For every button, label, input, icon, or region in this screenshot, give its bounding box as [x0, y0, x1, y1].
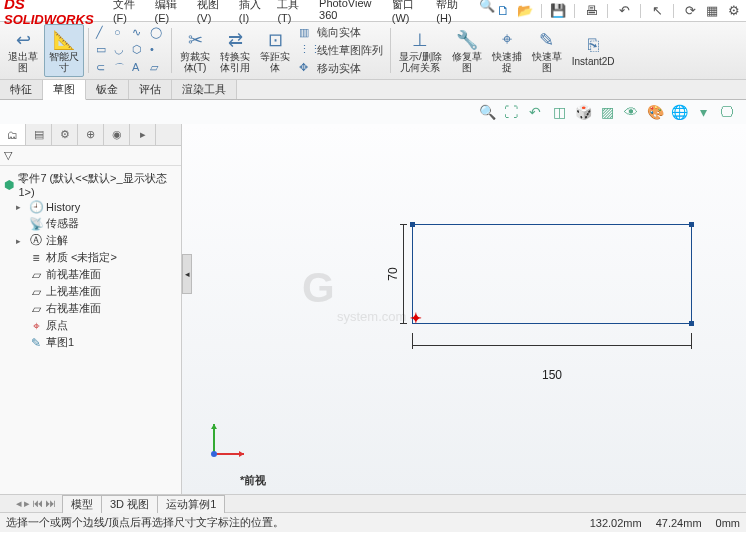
- ellipse-icon[interactable]: ◯: [150, 26, 164, 40]
- tree-sketch1[interactable]: ✎草图1: [16, 334, 179, 351]
- relations-button[interactable]: ⊥ 显示/删除 几何关系: [395, 24, 446, 77]
- convert-button[interactable]: ⇄ 转换实 体引用: [216, 24, 254, 77]
- tab-evaluate[interactable]: 评估: [129, 80, 172, 99]
- options-icon[interactable]: ▦: [704, 3, 720, 19]
- menu-window[interactable]: 窗口(W): [392, 0, 425, 24]
- graphics-canvas[interactable]: G system.com ✦ 70 150: [182, 124, 746, 494]
- dimension-height[interactable]: 70: [386, 224, 404, 324]
- sketch-icon: ✎: [29, 336, 43, 350]
- svg-point-4: [211, 451, 217, 457]
- menu-help[interactable]: 帮助(H): [436, 0, 467, 24]
- circle-icon[interactable]: ○: [114, 26, 128, 40]
- tree-material[interactable]: ≡材质 <未指定>: [16, 249, 179, 266]
- menu-edit[interactable]: 编辑(E): [155, 0, 185, 24]
- panel-tab-config[interactable]: ⚙: [52, 124, 78, 145]
- view-triad[interactable]: [204, 420, 248, 466]
- tab-feature[interactable]: 特征: [0, 80, 43, 99]
- tree-history[interactable]: ▸🕘History: [16, 199, 179, 215]
- open-icon[interactable]: 📂: [517, 3, 533, 19]
- trim-icon: ✂: [188, 29, 203, 51]
- save-icon[interactable]: 💾: [550, 3, 566, 19]
- svg-marker-1: [239, 451, 244, 457]
- new-icon[interactable]: 🗋: [495, 3, 511, 19]
- menu-view[interactable]: 视图(V): [197, 0, 227, 24]
- convert-icon: ⇄: [228, 29, 243, 51]
- smart-dimension-button[interactable]: 📐 智能尺 寸: [44, 24, 84, 77]
- offset-icon: ⊡: [268, 29, 283, 51]
- rapid-sketch-button[interactable]: ✎ 快速草 图: [528, 24, 566, 77]
- menu-tools[interactable]: 工具(T): [277, 0, 307, 24]
- print-icon[interactable]: 🖶: [583, 3, 599, 19]
- panel-tab-tree[interactable]: 🗂: [0, 124, 26, 145]
- tree-annotations[interactable]: ▸Ⓐ注解: [16, 232, 179, 249]
- mirror-icon[interactable]: ▥: [299, 26, 313, 40]
- spline-icon[interactable]: ∿: [132, 26, 146, 40]
- panel-tab-property[interactable]: ▤: [26, 124, 52, 145]
- main-area: 🗂 ▤ ⚙ ⊕ ◉ ▸ ▽ ⬢ 零件7 (默认<<默认>_显示状态 1>) ▸🕘…: [0, 124, 746, 494]
- undo-icon[interactable]: ↶: [616, 3, 632, 19]
- point-icon[interactable]: •: [150, 43, 164, 57]
- select-icon[interactable]: ↖: [649, 3, 665, 19]
- move-icon[interactable]: ✥: [299, 61, 313, 75]
- slot-icon[interactable]: ⊂: [96, 61, 110, 75]
- prev-view-icon[interactable]: ↶: [526, 103, 544, 121]
- part-icon: ⬢: [2, 178, 15, 192]
- line-icon[interactable]: ╱: [96, 26, 110, 40]
- exit-sketch-button[interactable]: ↩ 退出草 图: [4, 24, 42, 77]
- btab-model[interactable]: 模型: [62, 495, 102, 513]
- status-bar: 选择一个或两个边线/顶点后再选择尺寸文字标注的位置。 132.02mm 47.2…: [0, 512, 746, 532]
- rect-icon[interactable]: ▭: [96, 43, 110, 57]
- status-coord-x: 132.02mm: [590, 517, 642, 529]
- repair-button[interactable]: 🔧 修复草 图: [448, 24, 486, 77]
- dimension-icon: 📐: [53, 29, 75, 51]
- panel-tab-dimxpert[interactable]: ⊕: [78, 124, 104, 145]
- btab-motion[interactable]: 运动算例1: [157, 495, 225, 513]
- sensor-icon: 📡: [29, 217, 43, 231]
- btab-3dview[interactable]: 3D 视图: [101, 495, 158, 513]
- tree-front-plane[interactable]: ▱前视基准面: [16, 266, 179, 283]
- menu-insert[interactable]: 插入(I): [239, 0, 266, 24]
- text-icon[interactable]: A: [132, 61, 146, 75]
- tree-origin[interactable]: ⌖原点: [16, 317, 179, 334]
- linear-pattern-icon[interactable]: ⋮⋮: [299, 43, 313, 57]
- screen-icon[interactable]: 🖵: [718, 103, 736, 121]
- trim-button[interactable]: ✂ 剪裁实 体(T): [176, 24, 214, 77]
- menu-photoview[interactable]: PhotoView 360: [319, 0, 380, 24]
- title-bar: DS SOLIDWORKS 文件(F) 编辑(E) 视图(V) 插入(I) 工具…: [0, 0, 746, 22]
- offset-button[interactable]: ⊡ 等距实 体: [256, 24, 294, 77]
- zoom-fit-icon[interactable]: 🔍: [478, 103, 496, 121]
- menu-search-icon[interactable]: 🔍: [479, 0, 495, 13]
- sketch-rectangle[interactable]: ✦: [412, 224, 692, 324]
- section-icon[interactable]: ◫: [550, 103, 568, 121]
- tab-sheetmetal[interactable]: 钣金: [86, 80, 129, 99]
- panel-tab-display[interactable]: ◉: [104, 124, 130, 145]
- tab-sketch[interactable]: 草图: [43, 80, 86, 100]
- tree-root[interactable]: ⬢ 零件7 (默认<<默认>_显示状态 1>): [2, 170, 179, 199]
- menu-bar: 文件(F) 编辑(E) 视图(V) 插入(I) 工具(T) PhotoView …: [113, 0, 495, 24]
- panel-tab-more[interactable]: ▸: [130, 124, 156, 145]
- polygon-icon[interactable]: ⬡: [132, 43, 146, 57]
- tree-right-plane[interactable]: ▱右视基准面: [16, 300, 179, 317]
- view-settings-icon[interactable]: ▾: [694, 103, 712, 121]
- fillet-icon[interactable]: ⌒: [114, 61, 128, 75]
- appearance-icon[interactable]: 🎨: [646, 103, 664, 121]
- display-style-icon[interactable]: ▨: [598, 103, 616, 121]
- tab-scroll-arrows[interactable]: ◂▸⏮⏭: [16, 497, 56, 510]
- dimension-width[interactable]: 150: [412, 333, 692, 360]
- plane-icon[interactable]: ▱: [150, 61, 164, 75]
- quick-snap-button[interactable]: ⌖ 快速捕 捉: [488, 24, 526, 77]
- settings-icon[interactable]: ⚙: [726, 3, 742, 19]
- scene-icon[interactable]: 🌐: [670, 103, 688, 121]
- rebuild-icon[interactable]: ⟳: [682, 3, 698, 19]
- zoom-area-icon[interactable]: ⛶: [502, 103, 520, 121]
- view-orient-icon[interactable]: 🎲: [574, 103, 592, 121]
- menu-file[interactable]: 文件(F): [113, 0, 143, 24]
- collapse-panel-button[interactable]: ◂: [182, 254, 192, 294]
- tree-filter[interactable]: ▽: [0, 146, 181, 166]
- tab-render[interactable]: 渲染工具: [172, 80, 237, 99]
- hide-show-icon[interactable]: 👁: [622, 103, 640, 121]
- tree-top-plane[interactable]: ▱上视基准面: [16, 283, 179, 300]
- arc-icon[interactable]: ◡: [114, 43, 128, 57]
- instant2d-button[interactable]: ⎘ Instant2D: [568, 24, 619, 77]
- tree-sensors[interactable]: 📡传感器: [16, 215, 179, 232]
